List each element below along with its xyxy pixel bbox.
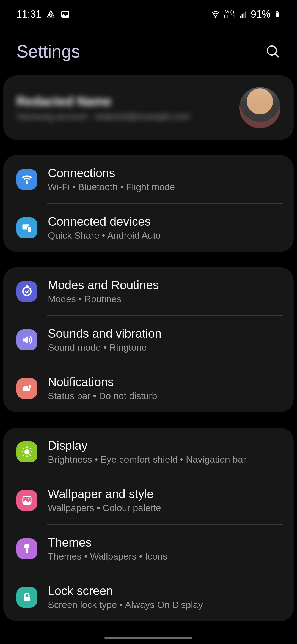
settings-group: Modes and Routines Modes • Routines Soun… — [3, 267, 294, 412]
row-title: Notifications — [48, 375, 280, 389]
notifications-icon — [16, 378, 37, 399]
svg-line-24 — [30, 455, 31, 455]
svg-line-11 — [275, 54, 279, 57]
wifi-status-icon — [211, 9, 221, 19]
drive-triangle-icon — [46, 10, 56, 19]
svg-point-10 — [267, 46, 276, 55]
image-icon — [61, 10, 70, 19]
row-subtitle: Status bar • Do not disturb — [48, 391, 280, 401]
svg-rect-3 — [240, 16, 241, 18]
devices-icon — [16, 217, 37, 238]
settings-row-themes[interactable]: Themes Themes • Wallpapers • Icons — [3, 525, 294, 573]
avatar — [239, 87, 280, 128]
row-subtitle: Brightness • Eye comfort shield • Naviga… — [48, 454, 280, 465]
profile-card[interactable]: Redacted Name Samsung account · redacted… — [3, 75, 294, 140]
battery-percentage: 91% — [251, 9, 271, 20]
svg-rect-29 — [24, 544, 29, 548]
svg-rect-5 — [243, 13, 244, 18]
svg-line-25 — [23, 455, 24, 455]
profile-name: Redacted Name — [16, 94, 239, 109]
wifi-icon — [16, 169, 37, 190]
row-subtitle: Themes • Wallpapers • Icons — [48, 551, 280, 562]
header: Settings — [0, 25, 297, 75]
row-title: Themes — [48, 536, 280, 549]
signal-icon — [239, 10, 248, 19]
profile-text: Redacted Name Samsung account · redacted… — [16, 94, 239, 122]
profile-subtitle: Samsung account · redacted@example.com — [16, 111, 239, 122]
row-subtitle: Wallpapers • Colour palette — [48, 503, 280, 513]
status-left: 11:31 — [16, 9, 70, 20]
row-title: Display — [48, 439, 280, 452]
status-bar: 11:31 Vo)) LTE1 91% — [0, 0, 297, 25]
svg-line-26 — [30, 448, 31, 449]
svg-rect-6 — [245, 11, 246, 18]
svg-point-28 — [28, 498, 30, 499]
svg-line-23 — [23, 448, 24, 449]
row-subtitle: Quick Share • Android Auto — [48, 230, 280, 241]
status-time: 11:31 — [16, 9, 41, 20]
svg-point-12 — [26, 182, 28, 184]
row-subtitle: Screen lock type • Always On Display — [48, 599, 280, 610]
wallpaper-icon — [16, 490, 37, 511]
svg-rect-14 — [28, 226, 32, 232]
settings-row-connections[interactable]: Connections Wi-Fi • Bluetooth • Flight m… — [3, 155, 294, 203]
settings-row-modes-routines[interactable]: Modes and Routines Modes • Routines — [3, 267, 294, 315]
svg-point-2 — [215, 16, 216, 17]
status-right: Vo)) LTE1 91% — [211, 9, 280, 20]
settings-group: Connections Wi-Fi • Bluetooth • Flight m… — [3, 155, 294, 252]
svg-rect-31 — [24, 597, 30, 601]
lock-icon — [16, 587, 37, 608]
settings-row-sounds[interactable]: Sounds and vibration Sound mode • Ringto… — [3, 316, 294, 364]
row-title: Connected devices — [48, 215, 280, 228]
svg-point-18 — [24, 449, 29, 454]
themes-icon — [16, 538, 37, 559]
row-subtitle: Sound mode • Ringtone — [48, 342, 280, 353]
row-subtitle: Wi-Fi • Bluetooth • Flight mode — [48, 182, 280, 192]
settings-row-connected-devices[interactable]: Connected devices Quick Share • Android … — [3, 204, 294, 252]
svg-point-0 — [50, 14, 52, 17]
settings-row-display[interactable]: Display Brightness • Eye comfort shield … — [3, 428, 294, 476]
row-title: Modes and Routines — [48, 278, 280, 292]
page-title: Settings — [16, 41, 80, 62]
settings-content: Redacted Name Samsung account · redacted… — [0, 75, 297, 621]
settings-row-notifications[interactable]: Notifications Status bar • Do not distur… — [3, 364, 294, 412]
svg-rect-30 — [26, 548, 28, 553]
row-title: Connections — [48, 166, 280, 180]
svg-rect-4 — [242, 14, 243, 18]
settings-row-wallpaper[interactable]: Wallpaper and style Wallpapers • Colour … — [3, 476, 294, 524]
svg-rect-9 — [276, 13, 279, 13]
routines-icon — [16, 281, 37, 302]
gesture-handle[interactable] — [105, 637, 193, 639]
battery-icon — [274, 9, 280, 19]
volte-label: Vo)) LTE1 — [224, 9, 235, 19]
row-title: Sounds and vibration — [48, 327, 280, 340]
sound-icon — [16, 329, 37, 350]
row-title: Lock screen — [48, 584, 280, 598]
display-icon — [16, 441, 37, 462]
svg-point-17 — [28, 384, 32, 388]
settings-group: Display Brightness • Eye comfort shield … — [3, 428, 294, 621]
svg-rect-8 — [276, 11, 278, 12]
settings-row-lock-screen[interactable]: Lock screen Screen lock type • Always On… — [3, 573, 294, 621]
row-title: Wallpaper and style — [48, 487, 280, 501]
search-button[interactable] — [265, 44, 280, 59]
row-subtitle: Modes • Routines — [48, 294, 280, 304]
